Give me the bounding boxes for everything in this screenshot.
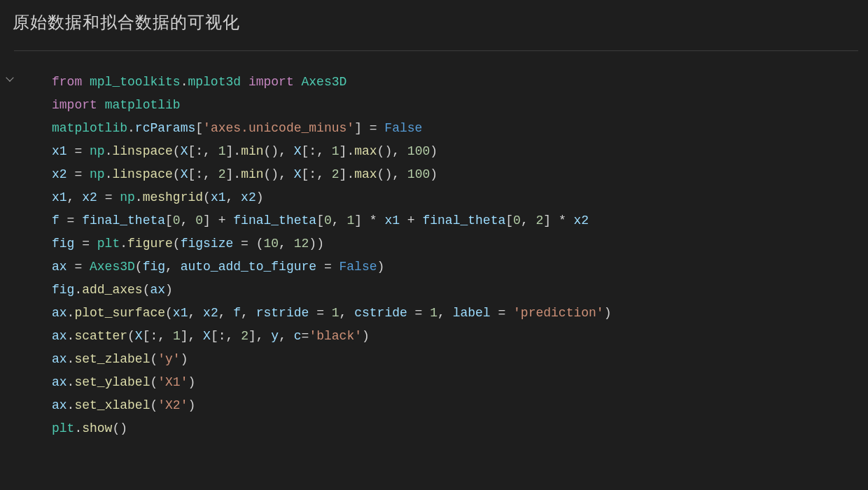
code-block[interactable]: from mpl_toolkits.mplot3d import Axes3D … — [52, 71, 858, 440]
chevron-down-icon — [6, 74, 13, 81]
code-line: fig.add_axes(ax) — [52, 283, 173, 297]
page-root: 原始数据和拟合数据的可视化 from mpl_toolkits.mplot3d … — [0, 0, 868, 490]
code-line: from mpl_toolkits.mplot3d import Axes3D — [52, 75, 346, 89]
code-line: x2 = np.linspace(X[:, 2].min(), X[:, 2].… — [52, 167, 438, 181]
code-line: ax = Axes3D(fig, auto_add_to_figure = Fa… — [52, 260, 384, 274]
code-line: ax.plot_surface(x1, x2, f, rstride = 1, … — [52, 306, 611, 320]
section-heading: 原始数据和拟合数据的可视化 — [0, 0, 868, 50]
code-cell[interactable]: from mpl_toolkits.mplot3d import Axes3D … — [14, 50, 858, 461]
code-line: fig = plt.figure(figsize = (10, 12)) — [52, 237, 324, 251]
code-line: ax.set_ylabel('X1') — [52, 375, 195, 389]
code-line: plt.show() — [52, 421, 127, 435]
code-line: f = final_theta[0, 0] + final_theta[0, 1… — [52, 214, 589, 227]
code-line: ax.set_xlabel('X2') — [52, 398, 195, 412]
code-line: x1 = np.linspace(X[:, 1].min(), X[:, 1].… — [52, 144, 438, 158]
code-line: x1, x2 = np.meshgrid(x1, x2) — [52, 190, 264, 204]
code-line: ax.set_zlabel('y') — [52, 352, 188, 366]
code-line: import matplotlib — [52, 98, 181, 112]
code-line: ax.scatter(X[:, 1], X[:, 2], y, c='black… — [52, 329, 370, 343]
code-line: matplotlib.rcParams['axes.unicode_minus'… — [52, 121, 422, 135]
cell-collapse-toggle[interactable] — [0, 71, 14, 80]
